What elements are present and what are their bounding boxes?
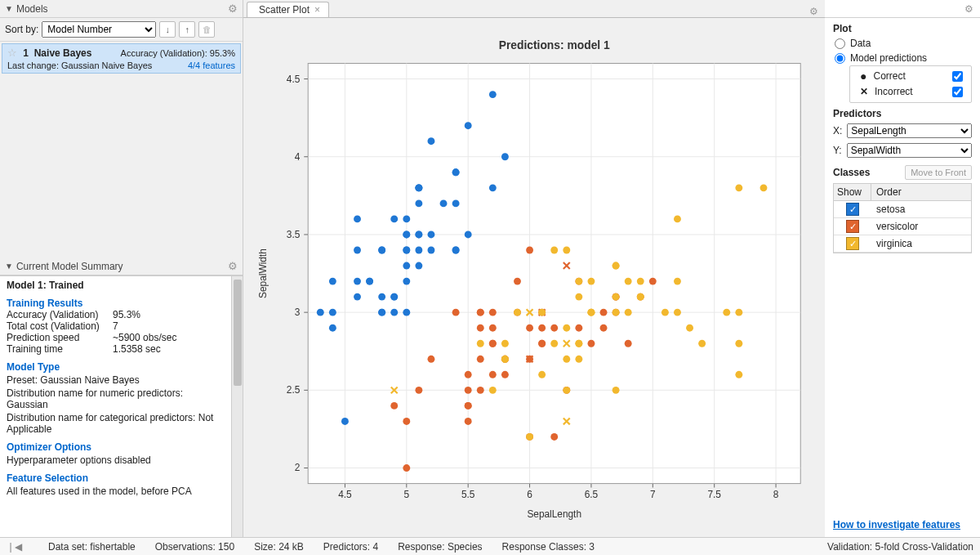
class-row-virginica[interactable]: ✓ virginica [834,235,971,253]
plot-option-predictions[interactable]: Model predictions [825,51,980,65]
checkbox-incorrect[interactable] [952,87,963,97]
svg-rect-0 [308,64,800,484]
svg-point-120 [600,309,608,316]
svg-text:SepalWidth: SepalWidth [257,248,269,298]
svg-text:2.5: 2.5 [287,384,301,396]
scrollbar[interactable] [231,276,243,537]
svg-point-186 [612,293,620,301]
checkbox-virginica[interactable]: ✓ [846,237,859,250]
checkbox-correct[interactable] [952,71,963,82]
svg-point-177 [674,309,681,316]
delete-button[interactable]: 🗑 [198,21,215,38]
sort-label: Sort by: [5,24,38,35]
class-row-versicolor[interactable]: ✓ versicolor [834,218,971,235]
svg-point-52 [354,247,361,254]
models-title: Models [16,3,228,15]
svg-point-75 [366,278,373,285]
status-predictors: Predictors: 4 [323,541,378,553]
close-icon[interactable]: × [314,4,320,16]
gear-icon[interactable]: ⚙ [809,6,818,17]
svg-point-74 [428,247,435,254]
svg-point-114 [477,387,484,394]
radio-predictions[interactable] [835,53,845,64]
svg-point-54 [329,324,336,332]
sort-select[interactable]: Model Number [42,21,156,38]
svg-point-60 [501,153,509,160]
model-list-item[interactable]: ☆ 1 Naive Bayes Accuracy (Validation): 9… [2,43,241,74]
y-predictor-select[interactable]: SepalWidth [847,143,972,158]
svg-point-181 [538,371,546,378]
sort-asc-button[interactable]: ↓ [159,21,176,38]
investigate-features-link[interactable]: How to investigate features [825,512,980,537]
predictors-section-header: Predictors [825,103,980,121]
svg-point-77 [452,247,460,254]
sort-desc-button[interactable]: ↑ [179,21,195,38]
prev-icon[interactable]: ❘◀ [7,541,22,553]
svg-point-162 [501,340,509,347]
model-last-change: Last change: Gaussian Naive Bayes [7,60,152,70]
gear-icon[interactable]: ⚙ [964,3,973,15]
model-features[interactable]: 4/4 features [188,60,235,70]
svg-point-140 [489,324,497,332]
svg-point-124 [489,371,497,378]
radio-data[interactable] [835,38,845,49]
svg-point-137 [403,418,410,425]
svg-point-79 [465,122,472,129]
svg-point-129 [452,309,460,316]
svg-point-78 [428,137,435,145]
svg-text:5: 5 [404,489,410,500]
svg-point-159 [575,356,582,363]
chevron-down-icon: ▼ [5,262,13,271]
svg-point-170 [735,340,742,347]
svg-point-95 [403,262,410,270]
th-order: Order [871,184,971,200]
svg-text:SepalLength: SepalLength [527,508,581,520]
svg-point-134 [465,371,472,378]
checkbox-setosa[interactable]: ✓ [846,203,859,216]
svg-point-182 [735,309,742,316]
svg-point-118 [538,340,546,347]
summary-panel-header[interactable]: ▼ Current Model Summary ⚙ [0,257,243,275]
svg-text:2: 2 [295,463,301,474]
gear-icon[interactable]: ⚙ [228,260,238,272]
x-predictor-select[interactable]: SepalLength [847,123,972,138]
summary-model-title: Model 1: Trained [7,280,225,291]
svg-point-183 [563,247,570,254]
training-results-header: Training Results [7,298,225,309]
tab-strip: Scatter Plot × ⚙ [243,0,825,18]
svg-point-59 [317,309,324,316]
svg-point-85 [415,247,422,254]
svg-point-76 [378,293,385,301]
svg-text:6.5: 6.5 [585,489,599,500]
svg-text:7: 7 [650,489,656,500]
sort-row: Sort by: Model Number ↓ ↑ 🗑 [0,18,243,42]
svg-point-109 [477,324,484,332]
svg-point-175 [538,309,546,316]
models-panel-header[interactable]: ▼ Models ⚙ [0,0,243,18]
checkbox-versicolor[interactable]: ✓ [846,220,859,233]
move-to-front-button[interactable]: Move to Front [905,165,972,180]
svg-point-87 [341,418,349,425]
dot-icon: ● [860,69,866,83]
class-row-setosa[interactable]: ✓ setosa [834,201,971,218]
svg-point-142 [415,387,422,394]
svg-point-184 [575,293,582,301]
gear-icon[interactable]: ⚙ [228,2,238,15]
svg-point-113 [550,433,558,441]
svg-point-104 [428,356,435,363]
svg-text:4: 4 [295,151,301,163]
star-icon[interactable]: ☆ [7,47,17,59]
x-icon: ✕ [860,86,868,97]
svg-point-189 [625,278,632,285]
svg-text:Predictions: model 1: Predictions: model 1 [499,38,610,51]
status-validation: Validation: 5-fold Cross-Validation [827,541,973,553]
summary-content: Model 1: Trained Training Results Accura… [0,276,231,537]
tab-scatter-plot[interactable]: Scatter Plot × [247,2,329,17]
svg-point-56 [452,199,460,207]
scatter-plot-area[interactable]: 4.555.566.577.5822.533.544.5Predictions:… [243,18,825,537]
svg-point-108 [538,324,546,332]
svg-point-139 [489,309,497,316]
summary-title: Current Model Summary [16,261,228,272]
svg-text:4.5: 4.5 [338,489,352,500]
plot-option-data[interactable]: Data [825,36,980,51]
